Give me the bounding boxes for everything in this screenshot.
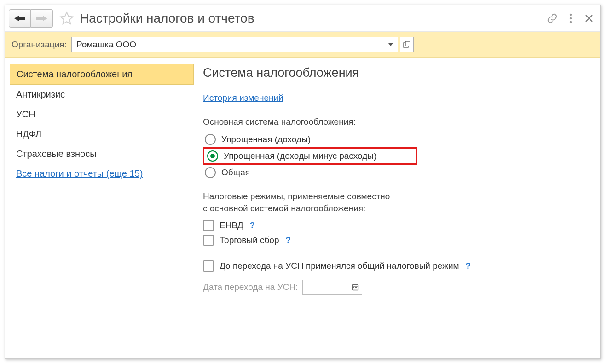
history-link[interactable]: История изменений	[203, 93, 283, 103]
sidebar-item-usn[interactable]: УСН	[10, 104, 194, 124]
checkbox-prior-general-regime[interactable]	[203, 260, 214, 272]
usn-date-input[interactable]	[302, 280, 348, 295]
radio-simplified-income-minus-expenses-label: Упрощенная (доходы минус расходы)	[224, 151, 376, 161]
sidebar-all-taxes-link[interactable]: Все налоги и отчеты (еще 15)	[16, 168, 143, 179]
checkbox-envd[interactable]	[203, 220, 214, 231]
help-torg-sbor-icon[interactable]: ?	[286, 235, 291, 245]
organization-open-button[interactable]	[400, 37, 414, 52]
help-prior-general-icon[interactable]: ?	[466, 261, 471, 271]
help-envd-icon[interactable]: ?	[250, 220, 255, 231]
radio-general-label: Общая	[221, 168, 250, 178]
radio-simplified-income[interactable]	[205, 134, 216, 145]
svg-rect-4	[405, 41, 410, 46]
checkbox-torg-sbor[interactable]	[203, 235, 214, 246]
checkbox-prior-general-regime-label: До перехода на УСН применялся общий нало…	[220, 261, 459, 271]
kebab-menu-icon[interactable]	[563, 11, 578, 26]
sidebar-item-anticrisis[interactable]: Антикризис	[10, 85, 194, 104]
content-heading: Система налогообложения	[203, 66, 595, 80]
organization-label: Организация:	[12, 40, 67, 50]
usn-date-label: Дата перехода на УСН:	[203, 282, 298, 292]
sidebar-item-ndfl[interactable]: НДФЛ	[10, 124, 194, 144]
radio-general[interactable]	[205, 167, 216, 178]
svg-rect-10	[355, 287, 356, 288]
svg-rect-9	[353, 287, 354, 288]
sidebar-item-tax-system[interactable]: Система налогообложения	[10, 64, 194, 85]
page-title: Настройки налогов и отчетов	[80, 11, 541, 26]
svg-point-1	[570, 17, 572, 19]
back-button[interactable]	[9, 9, 31, 28]
organization-dropdown-button[interactable]	[384, 37, 398, 52]
main-system-label: Основная система налогообложения:	[203, 117, 595, 127]
radio-simplified-income-label: Упрощенная (доходы)	[221, 134, 311, 144]
svg-point-0	[570, 13, 572, 15]
link-icon[interactable]	[545, 11, 560, 26]
close-button[interactable]	[582, 11, 596, 26]
modes-label-line2: с основной системой налогообложения:	[203, 203, 595, 214]
svg-point-2	[570, 21, 572, 23]
organization-input[interactable]	[71, 37, 384, 52]
modes-label-line1: Налоговые режимы, применяемые совместно	[203, 191, 595, 202]
sidebar-item-insurance[interactable]: Страховые взносы	[10, 144, 194, 164]
checkbox-torg-sbor-label: Торговый сбор	[220, 235, 279, 245]
favorite-star-icon[interactable]	[58, 10, 75, 27]
forward-button[interactable]	[31, 9, 53, 28]
svg-rect-11	[356, 287, 357, 288]
checkbox-envd-label: ЕНВД	[220, 220, 243, 231]
calendar-icon[interactable]	[348, 280, 362, 295]
radio-simplified-income-minus-expenses[interactable]	[207, 150, 218, 162]
